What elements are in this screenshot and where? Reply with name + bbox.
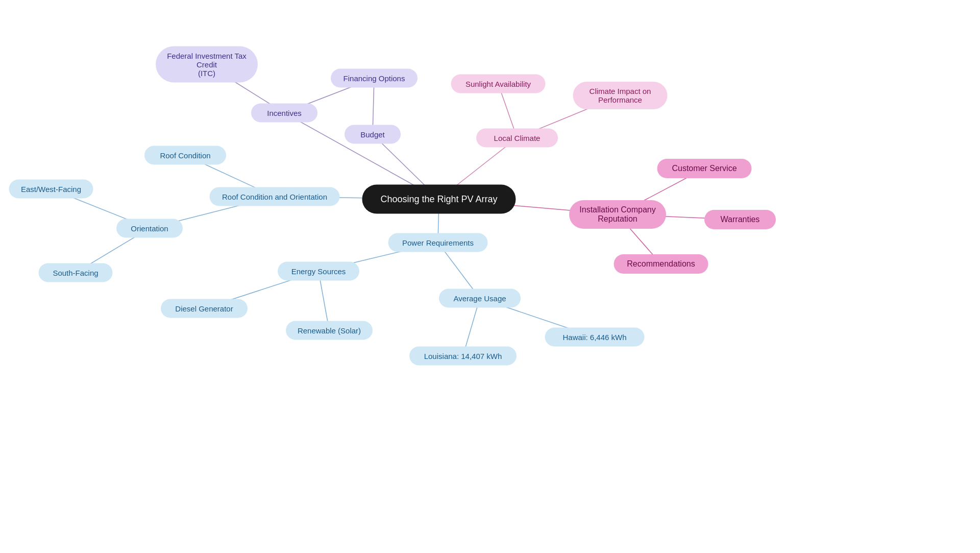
center-node: Choosing the Right PV Array: [362, 185, 516, 214]
node-warranties: Warranties: [704, 210, 776, 229]
mindmap-container: Choosing the Right PV ArrayFederal Inves…: [0, 0, 980, 553]
node-installation-rep: Installation Company Reputation: [569, 200, 666, 229]
node-recommendations: Recommendations: [614, 254, 708, 274]
node-south-facing: South-Facing: [39, 263, 113, 282]
node-climate-impact: Climate Impact on Performance: [573, 82, 668, 109]
node-financing: Financing Options: [331, 69, 418, 88]
node-customer-service: Customer Service: [657, 159, 752, 178]
node-avg-usage: Average Usage: [439, 289, 521, 308]
node-sunlight: Sunlight Availability: [451, 75, 546, 93]
node-louisiana: Louisiana: 14,407 kWh: [409, 347, 517, 366]
node-roof-condition: Roof Condition: [144, 146, 226, 165]
node-power-req: Power Requirements: [388, 233, 488, 252]
node-energy-sources: Energy Sources: [278, 262, 359, 281]
node-roof-cond-orient: Roof Condition and Orientation: [210, 187, 340, 206]
node-incentives: Incentives: [251, 104, 317, 123]
node-local-climate: Local Climate: [476, 129, 558, 148]
node-itc: Federal Investment Tax Credit (ITC): [156, 46, 258, 83]
node-diesel-gen: Diesel Generator: [161, 299, 248, 318]
node-east-west: East/West-Facing: [9, 180, 93, 199]
node-orientation: Orientation: [116, 219, 183, 238]
node-renewable: Renewable (Solar): [286, 321, 373, 340]
node-hawaii: Hawaii: 6,446 kWh: [545, 328, 645, 347]
node-budget: Budget: [345, 125, 401, 144]
